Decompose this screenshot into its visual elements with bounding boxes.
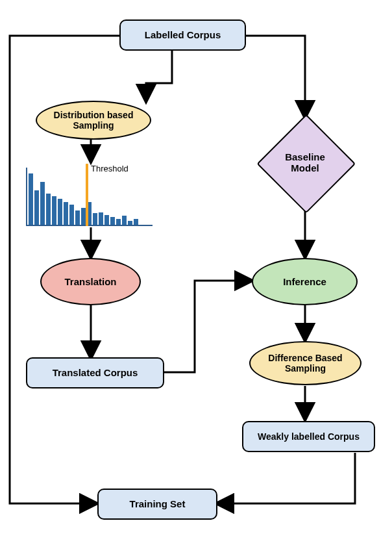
histogram-bar xyxy=(99,212,103,225)
histogram-bar xyxy=(134,219,138,225)
histogram-bar xyxy=(52,196,56,225)
node-difference-sampling: Difference Based Sampling xyxy=(249,341,361,385)
label-line2: Model xyxy=(291,162,319,173)
label-line1: Difference Based xyxy=(268,353,342,363)
node-inference: Inference xyxy=(252,258,358,305)
label-line2: Sampling xyxy=(73,120,114,131)
histogram-bar xyxy=(93,213,97,225)
label-line2: Sampling xyxy=(285,363,326,374)
label: Labelled Corpus xyxy=(145,29,221,40)
node-labelled-corpus: Labelled Corpus xyxy=(119,19,246,51)
histogram-bar xyxy=(110,217,115,225)
histogram-bar xyxy=(116,219,121,225)
label-line1: Baseline xyxy=(285,151,325,162)
label: Translation xyxy=(64,276,116,287)
label: Translated Corpus xyxy=(53,367,138,378)
histogram-bar xyxy=(34,190,39,225)
histogram-bar xyxy=(75,210,80,225)
histogram-bar xyxy=(40,182,45,225)
histogram-bar xyxy=(46,194,51,225)
node-distribution-sampling: Distribution based Sampling xyxy=(36,101,151,140)
histogram-bar xyxy=(64,202,68,225)
threshold-line xyxy=(86,164,88,226)
histogram-bar xyxy=(81,208,86,225)
node-baseline-model: Baseline Model xyxy=(260,117,350,208)
label: Weakly labelled Corpus xyxy=(258,431,360,442)
node-translation: Translation xyxy=(40,258,141,305)
histogram-bar xyxy=(104,215,109,225)
histogram-bar xyxy=(58,199,62,225)
node-weakly-labelled-corpus: Weakly labelled Corpus xyxy=(242,421,375,452)
histogram-bar xyxy=(128,221,132,225)
histogram-bar xyxy=(29,173,33,225)
label-line1: Distribution based xyxy=(54,110,134,120)
threshold-label: Threshold xyxy=(91,164,129,173)
node-translated-corpus: Translated Corpus xyxy=(26,357,164,388)
histogram-bar xyxy=(122,216,127,225)
histogram-bar xyxy=(69,205,74,225)
node-training-set: Training Set xyxy=(97,489,217,520)
histogram-chart xyxy=(26,168,153,226)
label: Training Set xyxy=(130,498,186,509)
label: Inference xyxy=(283,276,326,287)
